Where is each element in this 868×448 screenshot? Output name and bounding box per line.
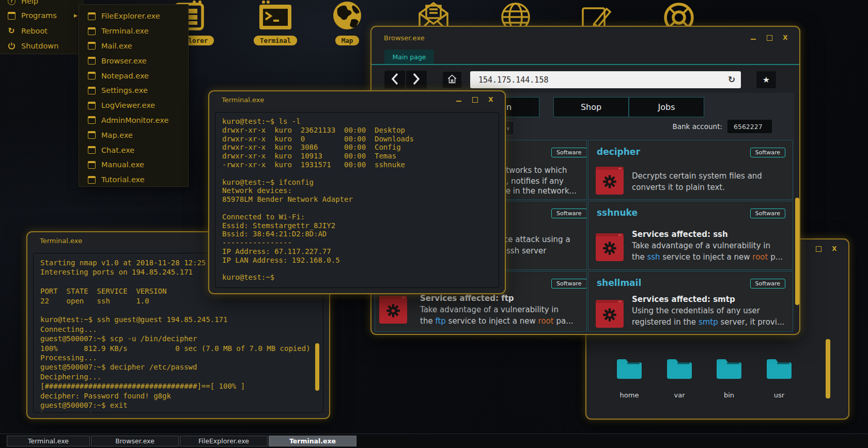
browser-titlebar[interactable]: Browser.exe X bbox=[371, 27, 799, 49]
folder-label: usr bbox=[760, 391, 799, 399]
programs-submenu: FileExplorer.exeTerminal.exeMail.exeBrow… bbox=[79, 4, 189, 187]
submenu-item-settings-exe[interactable]: Settings.exe bbox=[79, 83, 188, 98]
programs-icon bbox=[6, 11, 17, 20]
card-sshnuke[interactable]: SoftwaresshnukeServices affected: sshTak… bbox=[588, 201, 793, 270]
close-button[interactable]: X bbox=[831, 245, 838, 252]
menu-item-label: Notepad.exe bbox=[101, 72, 149, 80]
home-button[interactable] bbox=[443, 72, 461, 88]
home-icon bbox=[446, 73, 458, 87]
software-description-fragment: d, notifies if any bbox=[501, 177, 564, 186]
submenu-item-tutorial-exe[interactable]: Tutorial.exe bbox=[79, 172, 188, 187]
app-window-icon bbox=[86, 12, 97, 20]
menu-item-label: Shutdown bbox=[21, 42, 58, 50]
desktop-icon-terminal[interactable]: Terminal bbox=[252, 0, 299, 45]
app-window-icon bbox=[86, 131, 97, 139]
terminal-titlebar[interactable]: Terminal.exe X bbox=[209, 91, 505, 108]
submenu-item-adminmonitor-exe[interactable]: AdminMonitor.exe bbox=[79, 113, 188, 128]
desktop-icon-label: Map bbox=[335, 36, 360, 45]
submenu-item-mail-exe[interactable]: Mail.exe bbox=[79, 39, 188, 54]
bank-account-label: Bank account: bbox=[672, 122, 722, 131]
folder-var[interactable]: var bbox=[660, 357, 699, 399]
submenu-item-browser-exe[interactable]: Browser.exe bbox=[79, 53, 188, 68]
minimize-button[interactable] bbox=[750, 34, 757, 41]
map-globe-icon bbox=[330, 24, 364, 34]
software-title: shellmail bbox=[597, 278, 641, 288]
app-gear-icon bbox=[596, 233, 624, 261]
taskbar-button-terminal-exe[interactable]: Terminal.exe bbox=[7, 436, 90, 446]
file-explorer-scrollbar[interactable] bbox=[826, 339, 830, 398]
submenu-item-chat-exe[interactable]: Chat.exe bbox=[79, 142, 188, 157]
terminal-output[interactable]: kuro@test:~$ ls -l drwxr-xr-x kuro 23621… bbox=[215, 112, 499, 288]
software-description-fragment: ve in the network... bbox=[501, 186, 577, 196]
menu-item-label: FileExplorer.exe bbox=[101, 12, 160, 20]
minimize-button[interactable] bbox=[455, 96, 462, 103]
folder-icon bbox=[666, 372, 693, 382]
refresh-icon[interactable]: ↻ bbox=[725, 72, 738, 87]
window-title: Terminal.exe bbox=[222, 96, 264, 104]
card-shellmail[interactable]: SoftwareshellmailServices affected: smtp… bbox=[588, 271, 793, 332]
menu-item-label: Map.exe bbox=[101, 131, 133, 139]
app-gear-icon bbox=[379, 296, 407, 324]
taskbar-button-fileexplorer-exe[interactable]: FileExplorer.exe bbox=[180, 436, 268, 446]
app-window-icon bbox=[86, 42, 97, 50]
desktop-icon-label: Terminal bbox=[254, 36, 297, 45]
menu-item-label: LogViewer.exe bbox=[101, 101, 155, 109]
bank-account-value: 6562227 bbox=[727, 120, 772, 133]
submenu-arrow-icon: ▶ bbox=[74, 13, 78, 18]
menu-item-label: Browser.exe bbox=[101, 57, 147, 65]
submenu-item-notepad-exe[interactable]: Notepad.exe bbox=[79, 68, 188, 83]
site-tab-shop[interactable]: Shop bbox=[553, 97, 629, 117]
submenu-item-logviewer-exe[interactable]: LogViewer.exe bbox=[79, 98, 188, 113]
terminal-scrollbar[interactable] bbox=[315, 343, 319, 391]
maximize-button[interactable] bbox=[766, 34, 773, 41]
taskbar-button-terminal-exe[interactable]: Terminal.exe bbox=[269, 436, 357, 446]
card-decipher[interactable]: SoftwaredecipherDecrypts certain system … bbox=[588, 140, 793, 200]
desktop-icon-map[interactable]: Map bbox=[324, 0, 370, 45]
site-tab-jobs[interactable]: Jobs bbox=[629, 97, 704, 117]
terminal-window-center: Terminal.exe X kuro@test:~$ ls -l drwxr-… bbox=[208, 90, 506, 294]
software-description-fragment: ce attack using a bbox=[504, 235, 570, 244]
menu-item-label: Help bbox=[21, 0, 38, 5]
folder-icon bbox=[616, 372, 643, 382]
tab-underline bbox=[371, 64, 799, 65]
menu-item-label: Reboot bbox=[21, 27, 48, 35]
folder-label: home bbox=[610, 391, 649, 399]
start-menu-item-programs[interactable]: Programs▶ bbox=[0, 8, 83, 23]
browser-scrollbar[interactable] bbox=[795, 198, 799, 305]
chevron-left-icon bbox=[390, 72, 400, 88]
desktop: Explorer Terminal Map bbox=[0, 0, 868, 448]
start-menu-item-reboot[interactable]: ↻Reboot bbox=[0, 23, 83, 39]
submenu-item-map-exe[interactable]: Map.exe bbox=[79, 127, 188, 142]
menu-item-label: Programs bbox=[21, 11, 57, 20]
software-description-fragment: ssh server bbox=[506, 246, 546, 255]
submenu-item-fileexplorer-exe[interactable]: FileExplorer.exe bbox=[79, 9, 188, 24]
menu-item-label: Manual.exe bbox=[101, 161, 144, 169]
app-window-icon bbox=[86, 86, 97, 94]
maximize-button[interactable] bbox=[471, 96, 478, 103]
app-window-icon bbox=[86, 72, 97, 80]
taskbar-button-browser-exe[interactable]: Browser.exe bbox=[91, 436, 179, 446]
software-description: Services affected: smtpUsing the credent… bbox=[632, 294, 787, 328]
folder-bin[interactable]: bin bbox=[709, 357, 749, 399]
close-button[interactable]: X bbox=[487, 96, 494, 103]
maximize-button[interactable] bbox=[815, 245, 822, 252]
menu-item-label: Tutorial.exe bbox=[101, 175, 145, 184]
menu-item-label: Chat.exe bbox=[101, 146, 134, 154]
submenu-item-manual-exe[interactable]: Manual.exe bbox=[79, 157, 188, 172]
window-controls: X bbox=[750, 34, 789, 41]
back-button[interactable] bbox=[384, 71, 405, 89]
browser-page-tab[interactable]: Main page bbox=[384, 50, 434, 64]
app-window-icon bbox=[86, 27, 97, 35]
close-button[interactable]: X bbox=[782, 34, 789, 41]
software-description: Decrypts certain system files andconvert… bbox=[632, 170, 787, 193]
start-menu-item-shutdown[interactable]: Shutdown bbox=[0, 38, 83, 54]
folder-usr[interactable]: usr bbox=[760, 357, 799, 399]
folder-icon bbox=[766, 372, 793, 382]
address-input[interactable] bbox=[470, 71, 741, 88]
forward-button[interactable] bbox=[406, 71, 427, 89]
folder-label: bin bbox=[709, 391, 749, 399]
app-gear-icon bbox=[596, 167, 624, 195]
folder-home[interactable]: home bbox=[610, 357, 649, 399]
bookmark-star-button[interactable]: ★ bbox=[756, 71, 776, 88]
submenu-item-terminal-exe[interactable]: Terminal.exe bbox=[79, 24, 188, 39]
